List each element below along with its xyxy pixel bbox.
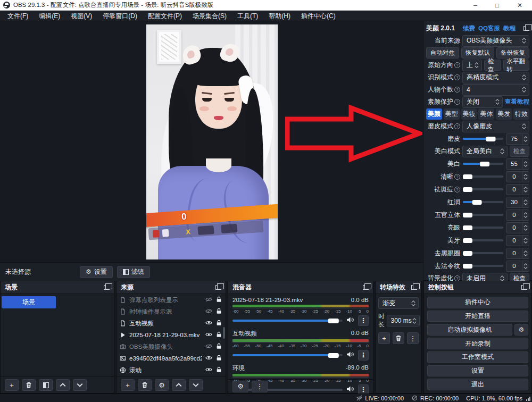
brighteyes-slider[interactable] [463,227,503,229]
plugin-center-button[interactable]: 插件中心 [427,297,528,308]
lock-toggle[interactable] [215,295,222,305]
start-recording-button[interactable]: 开始录制 [427,338,528,349]
info-icon[interactable]: ? [454,187,460,192]
tutorial-link[interactable]: 教程 [503,24,516,32]
menu-file[interactable]: 文件(F) [2,11,34,21]
menu-scene-collection[interactable]: 场景集合(S) [187,11,232,21]
menu-tools[interactable]: 工具(T) [232,11,263,21]
clarity-slider[interactable] [463,175,503,178]
bare-protect-select[interactable]: 关闭 [462,96,503,108]
visibility-toggle[interactable] [205,307,212,316]
mixer-menu-button[interactable]: ⋮ [358,350,369,361]
move-source-up-button[interactable] [172,379,186,391]
scene-item[interactable]: 场景 [2,296,56,308]
smooth-slider[interactable] [463,138,503,140]
source-row[interactable]: 2025-07-18 21-29-03.mkv [117,329,226,341]
white-check-button[interactable]: 检查 [510,146,529,157]
lock-toggle[interactable] [215,319,222,328]
close-button[interactable]: ✕ [517,1,522,10]
studio-mode-button[interactable]: 工作室模式 [427,351,528,363]
orientation-check-button[interactable]: 检查 [484,60,501,71]
chevron-updown-icon[interactable] [522,210,529,220]
menu-view[interactable]: 视图(V) [65,11,97,21]
tab-reshape[interactable]: 美型 [444,108,460,120]
people-count-spinner[interactable]: 4 [462,84,529,96]
blemish-slider[interactable] [463,188,503,190]
settings-button[interactable]: 设置 [427,365,528,377]
source-row[interactable]: e394502df49aa5fc2a99cd2e7c [117,353,226,364]
remove-transition-button[interactable] [393,332,404,344]
menu-docks[interactable]: 停靠窗口(D) [97,11,143,21]
contour-slider[interactable] [463,214,503,216]
volume-slider[interactable] [232,354,343,356]
chevron-updown-icon[interactable] [522,223,529,233]
info-icon[interactable]: ? [454,123,460,129]
popout-icon[interactable] [523,26,529,31]
orientation-select[interactable]: 上 [462,60,482,71]
move-scene-down-button[interactable] [73,379,87,391]
lock-toggle[interactable] [215,354,222,363]
minimize-button[interactable]: – [473,1,477,10]
chevron-updown-icon[interactable] [522,197,529,207]
chevron-updown-icon[interactable] [522,236,529,246]
start-virtual-camera-button[interactable]: 启动虚拟摄像机 [427,324,512,336]
popout-icon[interactable] [215,285,221,290]
remove-scene-button[interactable] [22,379,36,391]
lock-toggle[interactable] [215,307,222,316]
scene-filters-button[interactable] [39,379,53,391]
volume-slider[interactable] [232,320,343,322]
visibility-toggle[interactable] [205,319,212,328]
preview-canvas[interactable]: 0 X [0,21,423,262]
whiten-slider[interactable] [463,163,503,165]
rosy-slider[interactable] [463,201,503,203]
speaker-icon[interactable] [346,316,354,325]
source-row[interactable]: 滚动 [117,364,226,376]
tab-beauty[interactable]: 美颜 [426,108,442,120]
add-transition-button[interactable]: + [378,332,390,344]
darkcircle-value-spinner[interactable]: 0 [506,248,529,259]
menu-plugin-center[interactable]: 插件中心(C) [296,11,341,21]
add-source-button[interactable]: + [121,379,135,391]
menu-profile[interactable]: 配置文件(P) [143,11,187,21]
chevron-updown-icon[interactable] [522,159,529,169]
popout-icon[interactable] [104,285,110,290]
add-scene-button[interactable]: + [5,379,19,391]
popout-icon[interactable] [363,285,369,290]
contour-value-spinner[interactable]: 0 [506,210,529,221]
popout-icon[interactable] [411,285,417,290]
chevron-updown-icon[interactable] [522,172,529,182]
advanced-audio-gear-button[interactable]: ⚙ [232,381,248,392]
lock-toggle[interactable] [215,342,222,351]
lock-toggle[interactable] [215,330,222,340]
exit-button[interactable]: 退出 [427,379,528,390]
tab-body[interactable]: 美体 [478,108,494,120]
info-icon[interactable]: ? [454,87,460,93]
chevron-updown-icon[interactable] [522,185,529,195]
blemish-value-spinner[interactable]: 0 [506,184,529,195]
smooth-value-spinner[interactable]: 75 [506,133,529,145]
source-row[interactable]: OBS美颜摄像头 [117,341,226,353]
start-streaming-button[interactable]: 开始直播 [427,311,528,322]
move-source-down-button[interactable] [189,379,203,391]
visibility-toggle[interactable] [205,365,212,375]
tab-makeup[interactable]: 美妆 [461,108,477,120]
nasolabial-slider[interactable] [463,265,503,267]
menu-edit[interactable]: 编辑(E) [34,11,65,21]
darkcircle-slider[interactable] [463,252,503,254]
tab-effects[interactable]: 特效 [513,108,529,120]
info-icon[interactable]: ? [454,174,460,180]
chevron-updown-icon[interactable] [412,318,417,324]
maximize-button[interactable]: □ [495,1,499,10]
move-scene-up-button[interactable] [56,379,70,391]
source-row[interactable]: 时钟插件显示源 [117,306,226,317]
current-source-select[interactable]: OBS美颜摄像头 [462,35,529,47]
source-filters-button[interactable]: 滤镜 [117,266,150,278]
rosy-value-spinner[interactable]: 30 [506,197,529,208]
chevron-updown-icon[interactable] [522,134,529,144]
white-mode-select[interactable]: 全局美白 [462,146,508,157]
clarity-value-spinner[interactable]: 0 [506,171,529,182]
nasolabial-value-spinner[interactable]: 0 [506,261,529,272]
transition-menu-button[interactable]: ⋮ [407,332,419,344]
mixer-more-button[interactable]: ⋮ [252,381,268,392]
source-properties-button[interactable]: ⚙ 设置 [80,266,113,278]
